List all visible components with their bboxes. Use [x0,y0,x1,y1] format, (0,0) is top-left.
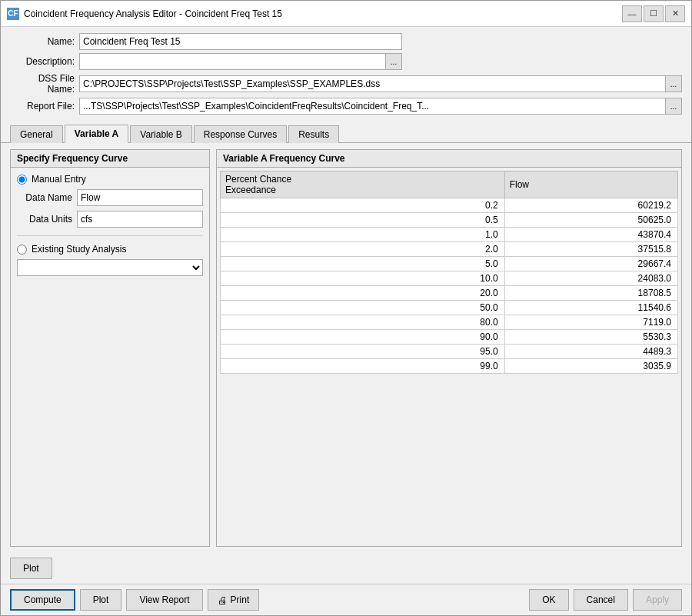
window-title: Coincident Frequency Analysis Editor - C… [24,8,282,19]
report-field: ... [79,98,682,115]
manual-entry-label: Manual Entry [32,174,86,185]
form-area: Name: Description: ... DSS File Name: ..… [1,27,691,124]
flow-cell: 7119.0 [504,315,677,330]
dss-field: ... [79,75,682,92]
exceedance-cell: 95.0 [221,345,505,359]
description-row: Description: ... [10,53,682,70]
close-button[interactable]: ✕ [665,5,685,22]
table-row: 10.024083.0 [221,271,678,286]
flow-cell: 37515.8 [504,242,677,257]
flow-cell: 29667.4 [504,257,677,271]
tabs-bar: General Variable A Variable B Response C… [1,124,691,143]
title-bar: CF Coincident Frequency Analysis Editor … [1,1,691,27]
table-row: 0.260219.2 [221,198,678,213]
print-label: Print [231,594,250,605]
manual-entry-radio[interactable] [17,175,27,185]
apply-button[interactable]: Apply [633,589,682,611]
dss-input[interactable] [79,75,665,92]
exceedance-cell: 5.0 [221,257,505,271]
flow-cell: 43870.4 [504,228,677,242]
compute-button[interactable]: Compute [10,589,75,611]
print-button[interactable]: 🖨 Print [208,589,260,611]
data-units-row: Data Units [17,211,203,228]
col-exceedance-header: Percent ChanceExceedance [221,171,505,198]
report-row: Report File: ... [10,98,682,115]
title-controls: — ☐ ✕ [622,5,685,22]
table-row: 50.011540.6 [221,301,678,315]
flow-cell: 11540.6 [504,301,677,315]
frequency-table: Percent ChanceExceedance Flow 0.260219.2… [220,171,678,374]
table-row: 95.04489.3 [221,345,678,359]
view-report-button[interactable]: View Report [126,589,202,611]
app-icon: CF [7,8,19,20]
tab-variable-b[interactable]: Variable B [130,125,191,143]
manual-entry-row: Manual Entry [17,174,203,185]
name-label: Name: [10,36,79,47]
description-input[interactable] [79,53,385,70]
dropdown-row [17,259,203,276]
footer-bar: Compute Plot View Report 🖨 Print OK Canc… [1,584,691,615]
data-name-label: Data Name [17,192,72,203]
existing-study-radio[interactable] [17,245,27,255]
existing-study-label: Existing Study Analysis [32,244,126,255]
existing-study-row: Existing Study Analysis [17,244,203,255]
maximize-button[interactable]: ☐ [644,5,664,22]
bottom-plot-button[interactable]: Plot [10,558,52,579]
exceedance-cell: 0.5 [221,213,505,228]
tab-response-curves[interactable]: Response Curves [194,125,287,143]
table-row: 1.043870.4 [221,228,678,242]
left-panel-title: Specify Frequency Curve [11,150,209,168]
flow-cell: 3035.9 [504,359,677,374]
report-input[interactable] [79,98,665,115]
dss-row: DSS File Name: ... [10,73,682,95]
dss-label: DSS File Name: [10,73,79,95]
content-area: Specify Frequency Curve Manual Entry Dat… [1,143,691,553]
col-flow-header: Flow [504,171,677,198]
footer-plot-button[interactable]: Plot [80,589,122,611]
exceedance-cell: 2.0 [221,242,505,257]
table-row: 2.037515.8 [221,242,678,257]
left-panel: Specify Frequency Curve Manual Entry Dat… [10,149,210,547]
ok-button[interactable]: OK [529,589,568,611]
name-input[interactable] [79,33,402,50]
table-row: 90.05530.3 [221,330,678,345]
exceedance-cell: 50.0 [221,301,505,315]
data-table-wrapper: Percent ChanceExceedance Flow 0.260219.2… [217,168,681,546]
description-label: Description: [10,56,79,67]
data-name-input[interactable] [77,189,203,206]
tab-variable-a[interactable]: Variable A [65,125,129,143]
existing-study-select[interactable] [17,259,203,276]
exceedance-cell: 20.0 [221,286,505,301]
right-panel-title: Variable A Frequency Curve [217,150,681,168]
title-bar-left: CF Coincident Frequency Analysis Editor … [7,8,282,20]
table-row: 20.018708.5 [221,286,678,301]
description-field: ... [79,53,402,70]
table-row: 0.550625.0 [221,213,678,228]
name-row: Name: [10,33,682,50]
exceedance-cell: 99.0 [221,359,505,374]
exceedance-cell: 10.0 [221,271,505,286]
description-browse-button[interactable]: ... [385,53,402,70]
separator [17,235,203,236]
main-window: CF Coincident Frequency Analysis Editor … [0,0,692,616]
left-panel-content: Manual Entry Data Name Data Units Existi… [11,168,209,282]
minimize-button[interactable]: — [622,5,642,22]
tab-results[interactable]: Results [288,125,339,143]
flow-cell: 24083.0 [504,271,677,286]
bottom-area: Plot [1,553,691,584]
table-row: 5.029667.4 [221,257,678,271]
table-row: 80.07119.0 [221,315,678,330]
report-label: Report File: [10,101,79,112]
data-units-input[interactable] [77,211,203,228]
cancel-button[interactable]: Cancel [574,589,628,611]
report-browse-button[interactable]: ... [665,98,682,115]
flow-cell: 60219.2 [504,198,677,213]
flow-cell: 5530.3 [504,330,677,345]
right-panel: Variable A Frequency Curve Percent Chanc… [216,149,682,547]
flow-cell: 4489.3 [504,345,677,359]
exceedance-cell: 80.0 [221,315,505,330]
tab-general[interactable]: General [10,125,63,143]
flow-cell: 18708.5 [504,286,677,301]
dss-browse-button[interactable]: ... [665,75,682,92]
exceedance-cell: 90.0 [221,330,505,345]
